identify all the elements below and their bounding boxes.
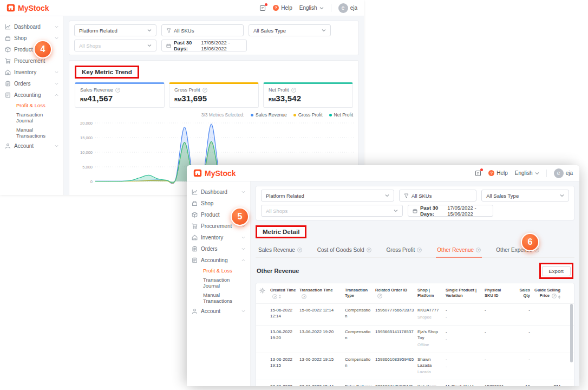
sidebar-item-procurement[interactable]: Procurement <box>0 55 63 67</box>
table-row[interactable]: 13-06-2022 19:1513-06-2022 19:15Compensa… <box>256 353 574 381</box>
brand-logo[interactable]: MyStock <box>6 4 49 12</box>
procurement-icon <box>5 58 11 64</box>
cell-transaction_type: Compensation <box>345 308 375 320</box>
sidebar-subitem-manual-transactions[interactable]: Manual Transactions <box>0 125 63 140</box>
physical-sku-id: - <box>485 329 511 335</box>
table-row[interactable]: 08-06-2022 15:3708-06-2022 15:44Extra De… <box>256 380 574 386</box>
cell-related_order_id: 1596077766672873 <box>375 308 417 320</box>
sidebar-subitem-profit-loss[interactable]: Profit & Loss <box>0 101 63 110</box>
sidebar-subitem-transaction-journal[interactable]: Transaction Journal <box>187 275 250 290</box>
notification-icon[interactable] <box>259 5 266 11</box>
header-divider <box>331 4 331 12</box>
related-order-id: 220608AUDGQWCK <box>375 384 413 386</box>
info-icon[interactable]: ? <box>297 248 302 252</box>
metric-card-gross-profit[interactable]: Gross Profit?RM31,695 <box>169 82 259 108</box>
sidebar-item-accounting[interactable]: Accounting <box>0 89 63 101</box>
info-icon[interactable]: ? <box>272 294 277 299</box>
cell-physical_sku_id: - <box>485 329 514 348</box>
sidebar-item-shop[interactable]: Shop <box>0 32 63 44</box>
platform-related-select[interactable]: Platform Related <box>74 24 156 36</box>
legend-label: Net Profit <box>334 112 353 118</box>
sidebar-item-account[interactable]: Account <box>187 306 250 317</box>
sku-filter-value: All SKUs <box>174 28 194 34</box>
metric-card-net-profit[interactable]: Net Profit?RM33,542 <box>263 82 353 108</box>
col-header-settings[interactable] <box>259 288 270 299</box>
sidebar-item-orders[interactable]: Orders <box>0 78 63 89</box>
product-name: - <box>446 308 481 314</box>
legend-item-sales-revenue[interactable]: Sales Revenue <box>251 112 287 118</box>
language-menu[interactable]: English <box>299 5 324 11</box>
sidebar-item-dashboard[interactable]: Dashboard <box>187 186 250 198</box>
info-icon[interactable]: ? <box>202 88 207 93</box>
sku-line: 15792601 <box>485 384 511 386</box>
sidebar-item-inventory[interactable]: Inventory <box>0 67 63 78</box>
language-menu[interactable]: English <box>515 170 539 176</box>
table-row[interactable]: 15-06-2022 12:1415-06-2022 12:14Compensa… <box>256 304 574 326</box>
sales-type-select[interactable]: All Sales Type <box>249 24 331 36</box>
sku-filter[interactable]: All SKUs <box>399 190 476 202</box>
cell-settings <box>259 308 270 320</box>
calendar-icon <box>166 43 171 48</box>
sidebar-item-product[interactable]: Product <box>0 44 63 55</box>
info-icon[interactable]: ? <box>302 294 306 299</box>
cell-shop_platform: Shawn LazadaLazada <box>417 357 446 375</box>
sidebar-item-accounting[interactable]: Accounting <box>187 255 250 266</box>
help-menu[interactable]: ? Help <box>273 5 292 11</box>
legend-dot <box>251 114 253 116</box>
export-button[interactable]: Export <box>542 266 571 276</box>
col-header-created_time[interactable]: Created Time? <box>270 288 299 299</box>
legend-item-gross-profit[interactable]: Gross Profit <box>293 112 323 118</box>
sales-type-value: All Sales Type <box>253 28 286 34</box>
col-header-guide_selling_price[interactable]: Guide Selling Price? <box>533 288 564 299</box>
tab-gross-profit[interactable]: Gross Profit? <box>386 244 423 258</box>
tab-other-revenue[interactable]: Other Revenue? <box>436 244 482 258</box>
sidebar-subitem-transaction-journal[interactable]: Transaction Journal <box>0 110 63 125</box>
inventory-icon <box>192 235 198 240</box>
notification-icon[interactable] <box>475 170 481 177</box>
info-icon[interactable]: ? <box>367 248 371 252</box>
table-scrollbar[interactable] <box>570 304 573 362</box>
chevron-down-icon <box>241 191 245 193</box>
related-order-id: 1593661083959465 <box>375 357 414 362</box>
info-icon[interactable]: ? <box>417 248 422 252</box>
platform-related-select[interactable]: Platform Related <box>261 190 394 202</box>
cell-shop_platform: Eja's Shop ToyOffline <box>417 329 446 348</box>
brand-logo[interactable]: MyStock <box>193 169 236 178</box>
sidebar-subitem-profit-loss[interactable]: Profit & Loss <box>187 266 250 275</box>
info-icon[interactable]: ? <box>476 248 481 252</box>
shops-select[interactable]: All Shops <box>261 205 403 217</box>
info-icon[interactable]: ? <box>377 294 382 298</box>
user-menu[interactable]: e eja <box>338 3 357 13</box>
svg-text:10,000: 10,000 <box>80 150 93 155</box>
sidebar-item-label: Inventory <box>201 235 238 240</box>
sidebar-subitem-manual-transactions[interactable]: Manual Transactions <box>187 290 250 306</box>
sales-type-select[interactable]: All Sales Type <box>481 190 569 202</box>
sidebar-item-orders[interactable]: Orders <box>187 243 250 255</box>
date-range-picker[interactable]: Past 30 Days: 17/05/2022 - 15/06/2022 <box>161 40 247 51</box>
sort-icon[interactable] <box>279 295 281 298</box>
info-icon[interactable]: ? <box>291 88 296 93</box>
platform-related-value: Platform Related <box>266 193 304 199</box>
sidebar-item-dashboard[interactable]: Dashboard <box>0 21 63 32</box>
metric-amount: 33,542 <box>276 94 301 103</box>
info-icon[interactable]: ? <box>115 88 120 93</box>
user-menu[interactable]: e eja <box>554 168 573 178</box>
table-row[interactable]: 13-06-2022 19:2013-06-2022 19:20Compensa… <box>256 326 574 353</box>
date-range-picker[interactable]: Past 30 Days: 17/05/2022 - 15/06/2022 <box>408 205 493 217</box>
avatar: e <box>554 168 564 178</box>
transaction-time: 15-06-2022 12:14 <box>299 308 334 313</box>
legend-item-net-profit[interactable]: Net Profit <box>329 112 353 118</box>
chevron-down-icon <box>55 71 58 74</box>
metric-card-sales-revenue[interactable]: Sales Revenue?RM41,567 <box>75 82 165 108</box>
sort-icon[interactable] <box>558 295 560 299</box>
info-icon[interactable]: ? <box>552 294 557 298</box>
tab-cost-of-goods-sold[interactable]: Cost of Goods Sold? <box>316 244 373 258</box>
cell-guide_selling_price <box>533 329 564 348</box>
tab-sales-revenue[interactable]: Sales Revenue? <box>257 244 303 258</box>
sidebar-item-inventory[interactable]: Inventory <box>187 232 250 243</box>
sku-filter[interactable]: All SKUs <box>161 24 244 36</box>
shops-select[interactable]: All Shops <box>74 40 156 51</box>
help-menu[interactable]: ? Help <box>488 170 508 176</box>
sidebar-item-account[interactable]: Account <box>0 140 63 152</box>
main-content: Platform Related All SKUs All Sales Type <box>251 181 579 386</box>
